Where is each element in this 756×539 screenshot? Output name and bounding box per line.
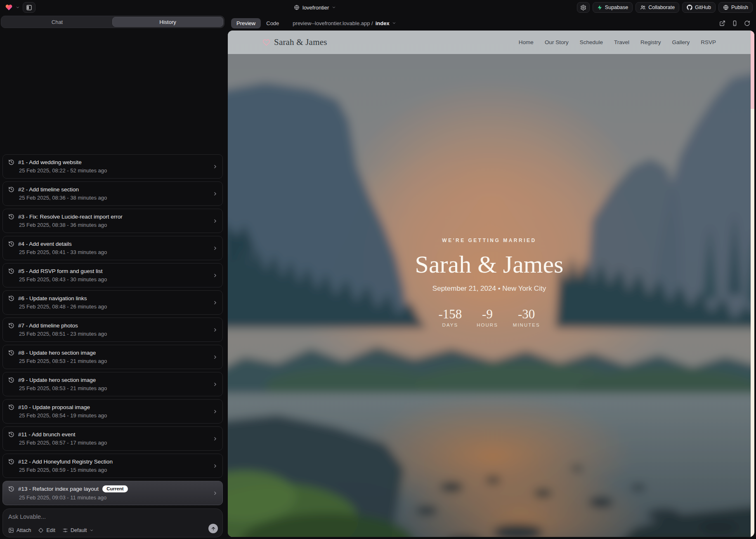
site-nav-link[interactable]: Gallery — [672, 39, 690, 45]
history-item-timestamp: 25 Feb 2025, 08:59 - 15 minutes ago — [19, 467, 208, 473]
arrow-up-icon — [211, 526, 216, 531]
sidebar-toggle-button[interactable] — [23, 2, 35, 13]
history-item[interactable]: #13 - Refactor index page layout Current… — [2, 481, 223, 505]
settings-button[interactable] — [577, 2, 590, 13]
mode-label: Default — [71, 527, 87, 533]
history-item-timestamp: 25 Feb 2025, 08:43 - 30 minutes ago — [19, 276, 208, 282]
publish-button[interactable]: Publish — [718, 2, 753, 13]
history-item[interactable]: #5 - Add RSVP form and guest list 25 Feb… — [2, 263, 223, 287]
chevron-right-icon[interactable] — [213, 436, 218, 441]
site-header: Sarah & James HomeOur StoryScheduleTrave… — [228, 31, 751, 54]
chevron-right-icon[interactable] — [213, 218, 218, 224]
supabase-button[interactable]: Supabase — [593, 2, 633, 13]
github-label: GitHub — [695, 5, 711, 10]
history-icon — [8, 159, 14, 165]
history-item-title: #7 - Add timeline photos — [18, 322, 78, 329]
tab-preview[interactable]: Preview — [231, 18, 261, 28]
history-item-title: #11 - Add brunch event — [18, 431, 76, 438]
heart-icon — [262, 39, 270, 46]
github-button[interactable]: GitHub — [682, 2, 716, 13]
history-item[interactable]: #11 - Add brunch event 25 Feb 2025, 08:5… — [2, 426, 223, 451]
chevron-right-icon[interactable] — [213, 327, 218, 332]
chevron-right-icon[interactable] — [213, 409, 218, 414]
chevron-down-icon[interactable] — [392, 21, 396, 25]
history-list: #1 - Add wedding website 25 Feb 2025, 08… — [0, 31, 225, 505]
history-item-title: #1 - Add wedding website — [18, 159, 82, 165]
history-item[interactable]: #1 - Add wedding website 25 Feb 2025, 08… — [2, 154, 223, 179]
site-nav-link[interactable]: Registry — [640, 39, 661, 45]
chevron-right-icon[interactable] — [213, 164, 218, 169]
github-icon — [687, 5, 692, 10]
history-item-title: #2 - Add timeline section — [18, 186, 79, 193]
chevron-right-icon[interactable] — [213, 463, 218, 468]
site-scrollbar-thumb[interactable] — [751, 31, 754, 109]
history-item[interactable]: #12 - Add Honeyfund Registry Section 25 … — [2, 454, 223, 478]
collaborate-button[interactable]: Collaborate — [636, 2, 679, 13]
history-item[interactable]: #8 - Update hero section image 25 Feb 20… — [2, 345, 223, 369]
chevron-right-icon[interactable] — [213, 191, 218, 196]
preview-url[interactable]: preview--lovefrontier.lovable.app / inde… — [293, 20, 396, 26]
history-item-timestamp: 25 Feb 2025, 08:48 - 26 minutes ago — [19, 304, 208, 310]
history-item[interactable]: #10 - Update proposal image 25 Feb 2025,… — [2, 399, 223, 424]
history-icon — [8, 459, 14, 465]
chevron-right-icon[interactable] — [213, 273, 218, 278]
edit-button[interactable]: Edit — [38, 527, 55, 533]
history-icon — [8, 268, 14, 274]
history-item-title: #8 - Update hero section image — [18, 350, 96, 356]
site-scrollbar[interactable] — [751, 31, 754, 537]
history-item-timestamp: 25 Feb 2025, 08:22 - 52 minutes ago — [19, 167, 208, 174]
edit-label: Edit — [46, 527, 55, 533]
supabase-label: Supabase — [605, 5, 628, 10]
chevron-right-icon[interactable] — [213, 354, 218, 360]
history-item-title: #4 - Add event details — [18, 241, 72, 247]
sidebar-tabbar: Chat History — [1, 16, 224, 28]
tab-history[interactable]: History — [112, 17, 223, 27]
refresh-button[interactable] — [744, 20, 750, 26]
history-item[interactable]: #9 - Update hero section image 25 Feb 20… — [2, 372, 223, 396]
chevron-right-icon[interactable] — [213, 300, 218, 305]
users-icon — [640, 5, 646, 10]
composer-placeholder[interactable]: Ask Lovable... — [8, 513, 217, 520]
site-brand[interactable]: Sarah & James — [262, 37, 327, 47]
project-name: lovefrontier — [302, 5, 329, 11]
chevron-right-icon[interactable] — [213, 245, 218, 251]
countdown: -158 DAYS -9 HOURS -30 MINUTES — [438, 308, 540, 327]
site-nav: HomeOur StoryScheduleTravelRegistryGalle… — [519, 39, 716, 45]
countdown-label: HOURS — [477, 322, 498, 327]
site-preview-frame: Sarah & James HomeOur StoryScheduleTrave… — [228, 31, 754, 537]
history-item-title: #10 - Update proposal image — [18, 404, 90, 410]
history-item[interactable]: #6 - Update navigation links 25 Feb 2025… — [2, 290, 223, 315]
preview-url-page: index — [376, 20, 390, 26]
mode-selector[interactable]: Default — [62, 527, 94, 533]
site-nav-link[interactable]: Home — [519, 39, 534, 45]
countdown-value: -9 — [477, 308, 498, 320]
chevron-right-icon[interactable] — [213, 490, 218, 496]
open-external-button[interactable] — [719, 20, 725, 26]
hero-eyebrow: WE'RE GETTING MARRIED — [442, 238, 536, 243]
history-icon — [8, 404, 14, 410]
history-item[interactable]: #7 - Add timeline photos 25 Feb 2025, 08… — [2, 318, 223, 342]
project-selector[interactable]: lovefrontier — [294, 0, 336, 15]
site-nav-link[interactable]: Our Story — [545, 39, 569, 45]
lovable-logo-heart-icon[interactable] — [5, 4, 13, 11]
chevron-down-icon[interactable] — [16, 5, 20, 9]
tab-code[interactable]: Code — [261, 18, 284, 28]
site-nav-link[interactable]: Schedule — [580, 39, 603, 45]
site-nav-link[interactable]: Travel — [614, 39, 629, 45]
history-item-timestamp: 25 Feb 2025, 08:36 - 38 minutes ago — [19, 195, 208, 201]
site-nav-link[interactable]: RSVP — [701, 39, 716, 45]
countdown-value: -30 — [513, 308, 540, 320]
history-item[interactable]: #4 - Add event details 25 Feb 2025, 08:4… — [2, 236, 223, 260]
chevron-right-icon[interactable] — [213, 381, 218, 387]
history-item[interactable]: #2 - Add timeline section 25 Feb 2025, 0… — [2, 181, 223, 206]
chat-composer[interactable]: Ask Lovable... Attach Edit Default — [2, 508, 223, 537]
tab-chat[interactable]: Chat — [2, 17, 112, 27]
countdown-value: -158 — [438, 308, 462, 320]
mobile-view-button[interactable] — [732, 20, 738, 26]
history-item-timestamp: 25 Feb 2025, 08:54 - 19 minutes ago — [19, 412, 208, 419]
send-button[interactable] — [208, 524, 218, 533]
history-icon — [8, 186, 14, 193]
history-item[interactable]: #3 - Fix: Resolve Lucide-react import er… — [2, 209, 223, 233]
attach-button[interactable]: Attach — [8, 527, 31, 533]
refresh-icon — [744, 20, 750, 26]
